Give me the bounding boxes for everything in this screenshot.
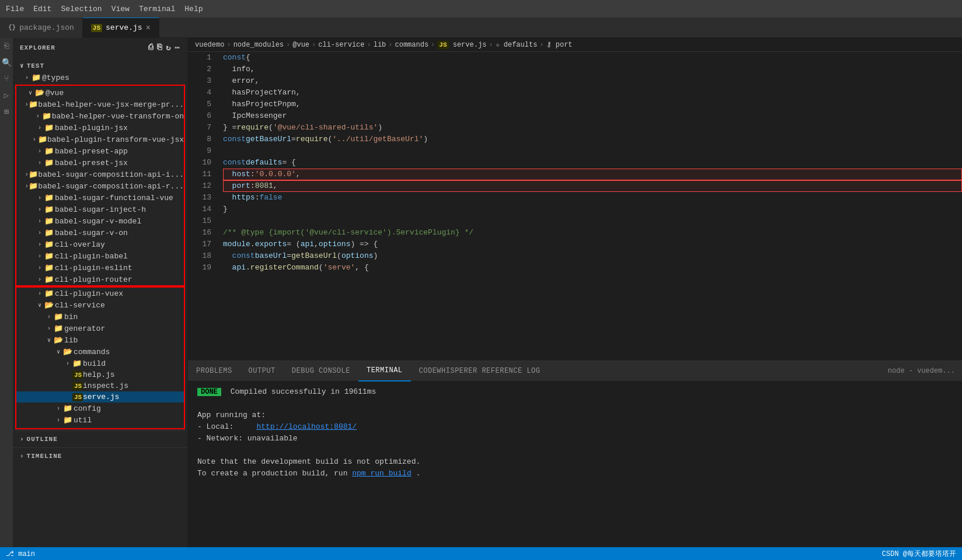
sidebar-item-serve-js[interactable]: JS serve.js: [16, 391, 184, 402]
sidebar-item-lib[interactable]: ∨ 📂 lib: [16, 334, 184, 346]
sidebar-item-babel-sugar-comp-r[interactable]: › 📁 babel-sugar-composition-api-r...: [16, 180, 184, 192]
sidebar-item-util[interactable]: › 📁 util: [16, 414, 184, 426]
sidebar-item-help-js[interactable]: JS help.js: [16, 369, 184, 380]
sidebar-item-label: babel-sugar-functional-vue: [55, 194, 184, 202]
panel-tabs: PROBLEMS OUTPUT DEBUG CONSOLE TERMINAL C…: [188, 361, 962, 382]
breadcrumb-serve-js: JS serve.js: [437, 41, 486, 49]
tab-output[interactable]: OUTPUT: [240, 361, 284, 382]
sidebar-item-types[interactable]: › 📁 @types: [13, 72, 187, 83]
timeline-label: TIMELINE: [27, 453, 62, 460]
tab-terminal[interactable]: TERMINAL: [358, 361, 411, 382]
refresh-icon[interactable]: ↻: [166, 43, 171, 52]
sidebar-item-babel-preset-app[interactable]: › 📁 babel-preset-app: [16, 145, 184, 157]
sep: ›: [489, 41, 493, 49]
tab-serve-js-label: serve.js: [106, 23, 142, 32]
tab-problems[interactable]: PROBLEMS: [188, 361, 240, 382]
sidebar-item-babel-sugar-comp-i[interactable]: › 📁 babel-sugar-composition-api-i...: [16, 169, 184, 180]
new-folder-icon[interactable]: ⎘: [157, 43, 162, 52]
sidebar-section-test[interactable]: ∨ TEST: [13, 57, 187, 72]
outline-section[interactable]: › OUTLINE: [13, 430, 187, 447]
sidebar-item-label: lib: [64, 336, 184, 345]
sidebar-item-babel-helper-jsx[interactable]: › 📁 babel-helper-vue-jsx-merge-pr...: [16, 99, 184, 110]
menu-selection[interactable]: Selection: [61, 5, 102, 13]
sidebar-item-babel-plugin-jsx[interactable]: › 📁 babel-plugin-jsx: [16, 122, 184, 134]
sidebar-item-vue[interactable]: ∨ 📂 @vue: [16, 87, 184, 99]
sidebar-item-babel-sugar-vmodel[interactable]: › 📁 babel-sugar-v-model: [16, 215, 184, 227]
sidebar-item-babel-sugar-von[interactable]: › 📁 babel-sugar-v-on: [16, 227, 184, 239]
breadcrumb: vuedemo › node_modules › @vue › cli-serv…: [188, 38, 962, 52]
sidebar-item-label: cli-plugin-router: [55, 275, 184, 284]
tab-close-icon[interactable]: ×: [145, 23, 150, 33]
files-icon[interactable]: ⎗: [1, 40, 12, 52]
sidebar-item-babel-sugar-inject[interactable]: › 📁 babel-sugar-inject-h: [16, 204, 184, 215]
sep: ›: [539, 41, 543, 49]
sidebar-item-build[interactable]: › 📁 build: [16, 358, 184, 369]
sidebar-item-cli-plugin-vuex[interactable]: › 📁 cli-plugin-vuex: [16, 288, 184, 299]
collapse-icon[interactable]: ⋯: [175, 43, 180, 52]
terminal-panel: PROBLEMS OUTPUT DEBUG CONSOLE TERMINAL C…: [188, 360, 962, 547]
extensions-icon[interactable]: ⊞: [1, 106, 12, 117]
arrow-icon: ›: [33, 113, 42, 120]
folder-icon: 📁: [72, 359, 83, 368]
arrow-icon: ›: [63, 360, 72, 367]
code-line-7: } = require('@vue/cli-shared-utils'): [223, 122, 962, 134]
code-line-4: hasProjectYarn,: [223, 87, 962, 99]
terminal-content[interactable]: DONE Compiled successfully in 19611ms Ap…: [188, 382, 962, 547]
new-file-icon[interactable]: ⎙: [148, 43, 154, 52]
arrow-icon: ›: [35, 242, 44, 248]
sidebar-item-inspect-js[interactable]: JS inspect.js: [16, 380, 184, 391]
code-editor[interactable]: 12345 678910 1112131415 16171819 const {…: [188, 52, 962, 360]
folder-icon: 📁: [44, 216, 55, 226]
menu-terminal[interactable]: Terminal: [139, 5, 175, 13]
tab-serve-js[interactable]: JS serve.js ×: [83, 18, 159, 38]
sidebar-item-label: babel-preset-app: [55, 147, 184, 156]
sidebar-item-cli-plugin-eslint[interactable]: › 📁 cli-plugin-eslint: [16, 262, 184, 274]
tab-package-json[interactable]: {} package.json: [0, 18, 83, 38]
folder-icon: 📁: [54, 312, 64, 321]
code-line-13: https: false: [223, 192, 962, 204]
arrow-icon: ›: [35, 148, 44, 155]
sidebar-item-bin[interactable]: › 📁 bin: [16, 311, 184, 323]
line-numbers: 12345 678910 1112131415 16171819: [188, 52, 217, 360]
chevron-right-icon: ›: [20, 453, 25, 460]
sidebar-item-commands[interactable]: ∨ 📂 commands: [16, 346, 184, 358]
folder-icon: 📁: [44, 251, 55, 261]
menu-help[interactable]: Help: [184, 5, 203, 13]
sidebar-item-cli-plugin-babel[interactable]: › 📁 cli-plugin-babel: [16, 250, 184, 262]
menu-edit[interactable]: Edit: [33, 5, 51, 13]
sidebar-item-label: config: [74, 404, 184, 413]
sidebar-item-babel-sugar-functional[interactable]: › 📁 babel-sugar-functional-vue: [16, 192, 184, 204]
arrow-icon: ›: [54, 405, 63, 412]
sidebar-item-babel-preset-jsx[interactable]: › 📁 babel-preset-jsx: [16, 157, 184, 169]
debug-icon[interactable]: ▷: [1, 89, 12, 101]
sidebar-item-generator[interactable]: › 📁 generator: [16, 323, 184, 334]
code-line-9: [223, 145, 962, 157]
folder-icon: 📁: [44, 275, 55, 284]
sidebar-item-cli-plugin-router[interactable]: › 📁 cli-plugin-router: [16, 274, 184, 285]
breadcrumb-port: ⚷ port: [546, 40, 573, 49]
tab-debug-console[interactable]: DEBUG CONSOLE: [284, 361, 358, 382]
terminal-npm-build[interactable]: npm run build: [352, 469, 411, 478]
search-icon[interactable]: 🔍: [1, 57, 12, 68]
menu-file[interactable]: File: [6, 5, 24, 13]
sidebar-item-cli-service[interactable]: ∨ 📂 cli-service: [16, 299, 184, 311]
activity-bar: ⎗ 🔍 ⑂ ▷ ⊞: [0, 38, 13, 547]
menu-view[interactable]: View: [111, 5, 130, 13]
tab-bar: {} package.json JS serve.js ×: [0, 18, 962, 38]
terminal-local-url[interactable]: http://localhost:8081/: [256, 422, 357, 431]
git-icon[interactable]: ⑂: [1, 73, 12, 85]
arrow-icon: ›: [25, 183, 29, 190]
sidebar-item-config[interactable]: › 📁 config: [16, 402, 184, 414]
sidebar-item-babel-helper-transform[interactable]: › 📁 babel-helper-vue-transform-on: [16, 110, 184, 122]
sidebar-item-label: inspect.js: [83, 382, 184, 390]
sidebar-item-babel-plugin-transform[interactable]: › 📁 babel-plugin-transform-vue-jsx: [16, 134, 184, 145]
arrow-icon: ›: [25, 172, 29, 178]
folder-icon: 📁: [44, 146, 55, 156]
terminal-line-note: Note that the development build is not o…: [197, 456, 953, 468]
tab-codewhisperer[interactable]: CODEWHISPERER REFERENCE LOG: [411, 361, 549, 382]
sidebar: EXPLORER ⎙ ⎘ ↻ ⋯ ∨ TEST › 📁 @types ∨ 📂: [13, 38, 188, 547]
sidebar-item-cli-overlay[interactable]: › 📁 cli-overlay: [16, 239, 184, 250]
timeline-section[interactable]: › TIMELINE: [13, 447, 187, 464]
arrow-icon: ›: [35, 206, 44, 213]
status-bar: ⎇ main CSDN @每天都要塔塔开: [0, 547, 962, 560]
